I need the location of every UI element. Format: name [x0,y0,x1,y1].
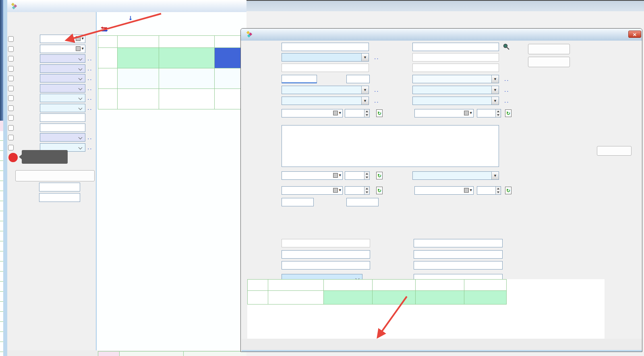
dropdown-arrow-icon[interactable]: ▼ [361,97,369,105]
scrap-qty-input[interactable] [346,198,379,206]
filter-work-center-checkbox[interactable] [8,76,14,81]
filter-workshop-combo[interactable] [40,84,85,93]
task-row-workshop[interactable] [159,68,214,88]
calendar-icon[interactable] [76,36,81,41]
task-row-dept-note[interactable] [118,68,159,88]
output-header-cell[interactable] [268,280,323,290]
dropdown-arrow-icon[interactable]: ▼ [361,86,369,94]
plan-end-time[interactable] [477,109,501,117]
filter-order-no-input[interactable] [40,113,85,122]
plan-start-date[interactable]: ▼ [282,109,343,117]
dispatch-date[interactable]: ▼ [282,171,343,180]
output-row-number[interactable] [248,291,268,304]
capacity-input[interactable] [414,250,503,259]
calendar-icon[interactable] [333,173,338,178]
tool-input[interactable] [414,261,503,270]
filter-end-date-field[interactable]: ▼ [40,45,85,53]
dropdown-arrow-icon[interactable]: ▼ [470,111,472,115]
dept-combo[interactable]: ▼ [282,97,369,105]
task-table-header-cell[interactable] [159,36,214,47]
actual-end-time[interactable] [477,186,501,195]
time-spinner[interactable] [364,109,369,117]
post-process-input[interactable] [282,261,370,270]
output-header-cell[interactable] [248,280,268,290]
actual-end-date[interactable]: ▼ [414,186,474,195]
filter-work-center-more[interactable]: .. [87,75,92,81]
staff-more[interactable]: .. [504,98,509,104]
filter-product-combo[interactable] [40,133,85,142]
calendar-icon[interactable] [464,188,469,193]
calendar-icon[interactable] [464,111,469,115]
filter-department-combo[interactable] [40,94,85,102]
dropdown-arrow-icon[interactable]: ▼ [339,111,341,115]
dropdown-arrow-icon[interactable]: ▼ [491,97,499,105]
time-spinner[interactable] [495,187,501,194]
seq-input[interactable] [346,75,370,83]
filter-product-checkbox[interactable] [8,135,14,140]
output-header-cell[interactable] [464,280,506,290]
output-cell-qty[interactable] [416,291,464,304]
filter-work-center-combo[interactable] [40,74,85,82]
setup-input[interactable] [282,250,370,259]
output-cell-date[interactable] [324,291,372,304]
filter-start-date-checkbox[interactable] [8,36,14,42]
task-no-input[interactable] [282,43,369,51]
refresh-icon[interactable]: ↻ [376,187,383,194]
dropdown-arrow-icon[interactable]: ▼ [491,86,499,94]
filter-customer-checkbox[interactable] [8,145,14,150]
remark-textarea[interactable] [282,125,499,167]
refresh-icon[interactable]: ↻ [376,109,383,117]
merchandiser-filter-input[interactable] [39,183,80,191]
plan-start-time[interactable] [345,109,370,117]
dropdown-arrow-icon[interactable]: ▼ [82,47,84,50]
dropdown-arrow-icon[interactable]: ▼ [491,172,499,179]
filter-process-more[interactable]: .. [87,66,92,72]
output-cell-scrap[interactable] [464,291,506,304]
refresh-icon[interactable]: ↻ [505,109,511,117]
dropdown-arrow-icon[interactable]: ▼ [361,54,369,61]
time-spinner[interactable] [364,172,369,179]
dispatch-task-button[interactable] [597,146,632,156]
filter-product-more[interactable]: .. [87,134,92,140]
product-more[interactable]: .. [374,54,379,60]
task-row-number[interactable] [98,89,117,109]
time-spinner[interactable] [495,109,501,117]
refresh-icon[interactable]: ↻ [376,172,383,179]
filter-start-date-field[interactable]: ▼ [40,35,85,43]
dropdown-arrow-icon[interactable]: ▼ [82,37,84,40]
view-product-button[interactable] [528,57,570,67]
batch-filter-input[interactable] [39,193,80,202]
filter-end-date-checkbox[interactable] [8,46,14,52]
process-more[interactable]: .. [374,87,379,93]
filter-task-no-checkbox[interactable] [8,125,14,131]
calendar-icon[interactable] [76,46,81,51]
dropdown-arrow-icon[interactable]: ▼ [491,75,499,83]
filter-order-no-checkbox[interactable] [8,115,14,121]
filter-process-combo[interactable] [40,64,85,73]
status-combo[interactable]: ▼ [412,171,499,180]
filter-department-more[interactable]: .. [87,95,92,101]
task-row-workshop[interactable] [159,89,214,109]
task-row-number[interactable] [98,48,117,68]
filter-status-checkbox[interactable] [8,56,14,62]
workshop-combo[interactable]: ▼ [412,75,499,83]
filter-workshop-more[interactable]: .. [87,85,92,91]
done-qty-input[interactable] [282,198,314,206]
dropdown-arrow-icon[interactable]: ▼ [470,189,472,192]
output-header-cell[interactable] [324,280,372,290]
product-combo[interactable]: ▼ [282,53,369,62]
time-spinner[interactable] [364,187,369,194]
task-row-workshop[interactable] [159,48,214,68]
filter-owner-combo[interactable] [40,104,85,112]
work-center-combo[interactable]: ▼ [412,86,499,94]
secondary-search-button[interactable] [15,170,95,181]
task-row-dept-note[interactable] [118,89,159,109]
output-header-cell[interactable] [416,280,464,290]
workshop-more[interactable]: .. [504,76,509,82]
work-center-more[interactable]: .. [504,87,509,93]
output-cell-order-no[interactable] [268,291,323,304]
filter-owner-checkbox[interactable] [8,105,14,111]
dispatch-time[interactable] [345,171,370,180]
staff-combo[interactable]: ▼ [412,97,499,105]
filter-task-no-input[interactable] [40,123,85,132]
